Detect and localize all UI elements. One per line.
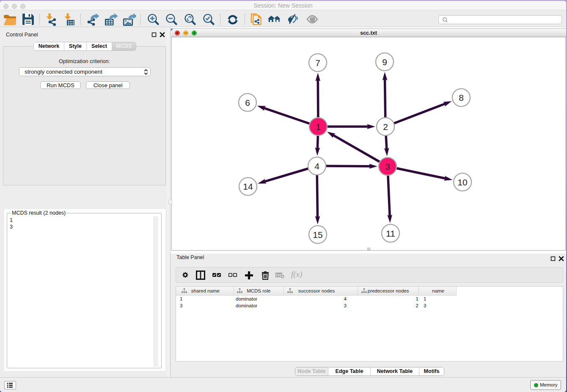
svg-text:3: 3 <box>385 162 390 171</box>
svg-text:15: 15 <box>313 230 322 240</box>
svg-text:8: 8 <box>459 93 464 102</box>
svg-text:6: 6 <box>245 98 250 108</box>
svg-text:1: 1 <box>316 122 321 132</box>
svg-text:10: 10 <box>457 177 467 187</box>
svg-text:7: 7 <box>315 58 320 68</box>
svg-text:9: 9 <box>382 57 387 67</box>
svg-text:11: 11 <box>386 229 395 238</box>
svg-text:2: 2 <box>383 122 388 132</box>
svg-text:14: 14 <box>243 182 253 191</box>
svg-text:4: 4 <box>314 161 319 171</box>
